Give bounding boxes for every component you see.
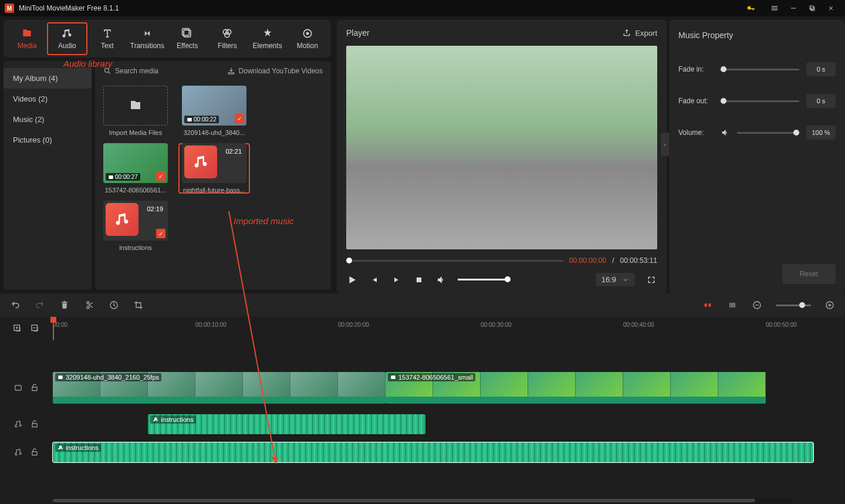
sidebar-item-music[interactable]: Music (2) [4, 109, 92, 130]
search-icon [103, 67, 111, 75]
media-panel: Search media Download YouTube Videos Imp… [95, 61, 331, 290]
media-item-music[interactable]: 02:21 nightfall-future-bass... [178, 143, 250, 194]
redo-button[interactable] [34, 299, 46, 311]
speed-button[interactable] [108, 299, 120, 311]
video-icon [187, 117, 192, 123]
timeline-scrollbar[interactable] [53, 498, 792, 503]
media-caption: Import Media Files [103, 129, 168, 136]
tab-audio-label: Audio [58, 42, 76, 50]
tab-motion[interactable]: Motion [288, 22, 327, 55]
playhead[interactable] [53, 317, 54, 340]
titlebar: M MiniTool MovieMaker Free 8.1.1 [0, 0, 845, 16]
svg-point-7 [104, 68, 109, 72]
auto-fit-button[interactable] [726, 299, 738, 311]
fade-in-slider[interactable] [721, 69, 799, 70]
audio-clip[interactable]: instructions [53, 442, 813, 462]
tab-elements[interactable]: Elements [248, 22, 288, 55]
magnet-button[interactable] [702, 299, 714, 311]
delete-button[interactable] [59, 299, 70, 311]
unlock-icon[interactable] [31, 384, 39, 392]
fade-in-value[interactable]: 0 s [806, 62, 836, 76]
svg-rect-8 [187, 118, 192, 121]
import-media-tile[interactable]: Import Media Files [100, 86, 171, 136]
video-clip[interactable]: 3209148-uhd_3840_2160_25fps [53, 372, 386, 404]
svg-rect-10 [417, 277, 421, 282]
asset-type-tabs: Media Audio Text Transitions Effects Fil… [4, 20, 331, 57]
tab-text[interactable]: Text [87, 22, 127, 55]
svg-rect-13 [708, 303, 711, 306]
fade-out-slider[interactable] [721, 100, 799, 102]
video-icon [390, 374, 396, 380]
svg-rect-19 [58, 376, 63, 379]
audio-track-1: instructions [0, 412, 845, 437]
progress-bar[interactable] [346, 260, 563, 262]
timeline-ruler[interactable]: 00:00 00:00:10:00 00:00:20:00 00:00:30:0… [53, 317, 845, 340]
video-icon [108, 174, 114, 180]
video-preview [346, 46, 657, 249]
tab-transitions[interactable]: Transitions [127, 22, 167, 55]
close-button[interactable] [822, 0, 840, 16]
album-sidebar: My Album (4) Videos (2) Music (2) Pictur… [4, 61, 92, 290]
export-icon [622, 28, 631, 38]
media-duration: 02:21 [225, 148, 242, 155]
fade-out-value[interactable]: 0 s [806, 94, 836, 108]
tab-media[interactable]: Media [7, 22, 47, 55]
collapse-panel-button[interactable]: › [661, 133, 669, 156]
zoom-slider[interactable] [776, 305, 811, 306]
stop-button[interactable] [413, 274, 425, 286]
media-item-music[interactable]: 02:19✓ instructions [100, 201, 171, 251]
next-frame-button[interactable] [391, 274, 403, 286]
search-placeholder: Search media [115, 67, 158, 75]
minimize-button[interactable] [784, 0, 803, 16]
app-logo: M [5, 4, 14, 13]
tab-effects[interactable]: Effects [167, 22, 207, 55]
player-title: Player [346, 28, 622, 38]
time-sep: / [612, 256, 614, 265]
svg-rect-18 [15, 385, 22, 390]
tab-filters[interactable]: Filters [207, 22, 247, 55]
search-media[interactable]: Search media [103, 67, 222, 75]
sidebar-item-pictures[interactable]: Pictures (0) [4, 130, 92, 150]
unlock-icon[interactable] [31, 420, 39, 428]
music-icon [58, 445, 63, 451]
ruler-tick: 00:00:40:00 [623, 322, 654, 328]
prev-frame-button[interactable] [369, 274, 380, 286]
zoom-out-button[interactable] [751, 299, 763, 311]
volume-icon[interactable] [435, 274, 447, 286]
media-caption: nightfall-future-bass... [182, 187, 246, 194]
aspect-ratio-select[interactable]: 16:9 [596, 273, 635, 286]
collapse-tracks-icon[interactable] [31, 324, 40, 333]
maximize-button[interactable] [803, 0, 822, 16]
svg-rect-12 [705, 303, 707, 306]
zoom-in-button[interactable] [824, 299, 836, 311]
split-button[interactable] [83, 299, 95, 311]
tab-audio[interactable]: Audio [47, 22, 87, 55]
check-icon: ✓ [156, 171, 165, 181]
audio-clip[interactable]: instructions [148, 414, 425, 434]
menu-icon[interactable] [765, 0, 784, 16]
undo-button[interactable] [9, 299, 21, 311]
media-item-video[interactable]: 00:00:27✓ 153742-806506561... [100, 143, 171, 194]
video-clip[interactable]: 153742-806506561_small [386, 372, 766, 404]
tab-transitions-label: Transitions [130, 42, 164, 50]
app-title: MiniTool MovieMaker Free 8.1.1 [19, 4, 742, 12]
svg-rect-9 [109, 175, 113, 179]
reset-button[interactable]: Reset [782, 264, 836, 284]
key-icon[interactable] [742, 0, 760, 16]
sidebar-item-myalbum[interactable]: My Album (4) [4, 68, 92, 89]
unlock-icon[interactable] [31, 448, 39, 456]
folder-icon [129, 99, 143, 113]
media-item-video[interactable]: 00:00:22✓ 3209148-uhd_3840... [178, 86, 250, 136]
volume-slider[interactable] [458, 279, 511, 280]
download-youtube[interactable]: Download YouTube Videos [227, 67, 323, 75]
export-button[interactable]: Export [622, 28, 657, 38]
fullscreen-button[interactable] [645, 274, 657, 286]
play-button[interactable] [346, 274, 358, 286]
svg-point-4 [225, 32, 229, 37]
crop-button[interactable] [133, 299, 144, 311]
volume-value[interactable]: 100 % [806, 126, 836, 140]
sidebar-item-videos[interactable]: Videos (2) [4, 89, 92, 109]
volume-prop-slider[interactable] [737, 132, 799, 134]
media-duration: 02:19 [147, 205, 163, 212]
add-track-icon[interactable] [13, 324, 22, 333]
